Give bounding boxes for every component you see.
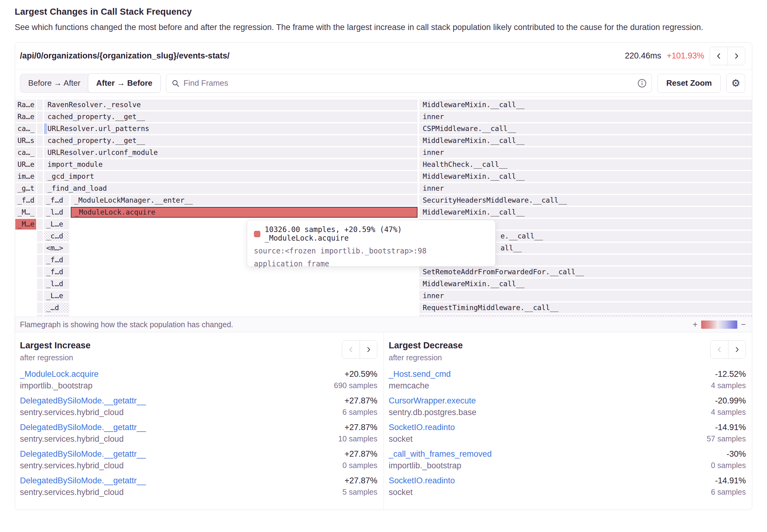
flame-bar[interactable]: RavenResolver._resolve — [44, 99, 418, 110]
flame-bar-right[interactable]: inner — [419, 183, 752, 194]
reset-zoom-button[interactable]: Reset Zoom — [657, 74, 721, 93]
flame-cell-thin[interactable] — [37, 243, 43, 253]
flame-bar[interactable]: _…d — [44, 302, 69, 313]
sample-count: 0 samples — [342, 461, 377, 470]
before-after-button[interactable]: Before → After — [20, 74, 88, 92]
flame-cell-left[interactable]: Ra…e — [15, 99, 36, 110]
flame-cell-thin[interactable] — [37, 231, 43, 242]
decrease-next-button[interactable] — [728, 341, 746, 358]
flame-bar-right[interactable]: MiddlewareMixin.__call__ — [419, 207, 752, 218]
flame-bar-right[interactable] — [419, 314, 752, 317]
function-link[interactable]: _call_with_frames_removed — [389, 449, 492, 459]
function-link[interactable]: DelegatedBySiloMode.__getattr__ — [20, 423, 146, 432]
flame-cell-left[interactable]: UR…s — [15, 135, 36, 146]
function-link[interactable]: DelegatedBySiloMode.__getattr__ — [20, 449, 146, 459]
flame-bar[interactable]: _L…e — [44, 290, 69, 301]
flame-bar-right[interactable]: SetRemoteAddrFromForwardedFor.__call__ — [419, 267, 752, 277]
function-module: memcache — [389, 381, 451, 391]
next-endpoint-button[interactable] — [728, 47, 745, 65]
increase-next-button[interactable] — [359, 341, 377, 358]
flame-bar[interactable]: _L…e — [44, 219, 69, 230]
flame-cell-left[interactable]: ca…_ — [15, 147, 36, 158]
flame-cell-thin[interactable] — [37, 207, 43, 218]
flame-bar-right[interactable]: MiddlewareMixin.__call__ — [419, 171, 752, 182]
flame-bar[interactable]: _f…d — [44, 195, 69, 206]
flame-bar[interactable]: URLResolver.url_patterns — [44, 123, 418, 134]
flame-cell-left[interactable]: UR…e — [15, 159, 36, 170]
decrease-prev-button[interactable] — [711, 341, 728, 358]
flame-bar[interactable] — [44, 314, 69, 317]
flame-bar[interactable]: cached_property.__get__ — [44, 135, 418, 146]
function-module: sentry.services.hybrid_cloud — [20, 434, 146, 444]
flame-bar-right[interactable]: RequestTimingMiddleware.__call__ — [419, 302, 752, 313]
flame-bar[interactable]: _gcd_import — [44, 171, 418, 182]
flame-bar-right[interactable]: inner — [419, 147, 752, 158]
flame-bar[interactable]: _f…d — [44, 255, 69, 265]
function-stats: -14.91%6 samples — [711, 476, 746, 497]
flame-bar-right[interactable]: inner — [419, 290, 752, 301]
flame-cell-thin[interactable] — [37, 111, 43, 122]
flame-cell-thin[interactable] — [37, 183, 43, 194]
flame-cell-left[interactable]: ca…_ — [15, 123, 36, 134]
function-link[interactable]: DelegatedBySiloMode.__getattr__ — [20, 476, 146, 485]
flame-cell-left[interactable]: _g…t — [15, 183, 36, 194]
flamegraph[interactable]: Ra…eRavenResolver._resolveMiddlewareMixi… — [15, 97, 752, 317]
change-percent: -14.91% — [711, 476, 746, 485]
flame-cell-left[interactable]: _f…d — [15, 195, 36, 206]
flame-cell-thin[interactable] — [37, 195, 43, 206]
flame-cell-left[interactable]: im…e — [15, 171, 36, 182]
flame-bar[interactable]: _ModuleLockManager.__enter__ — [71, 195, 418, 206]
change-percent: +27.87% — [342, 476, 377, 485]
flame-cell-thin[interactable] — [37, 219, 43, 230]
sample-count: 4 samples — [711, 408, 746, 417]
flame-cell-thin[interactable] — [37, 159, 43, 170]
find-frames-search[interactable] — [166, 74, 652, 93]
flame-bar[interactable]: <m…> — [44, 243, 69, 253]
flame-cell-thin[interactable] — [37, 314, 43, 317]
flame-bar-right[interactable]: HealthCheck.__call__ — [419, 159, 752, 170]
flame-cell-thin[interactable] — [37, 302, 43, 313]
function-link[interactable]: SocketIO.readinto — [389, 423, 455, 432]
flame-bar[interactable]: _c…d — [44, 231, 69, 242]
flame-cell-thin[interactable] — [37, 123, 43, 134]
flame-cell-thin[interactable] — [37, 255, 43, 265]
flame-bar-right[interactable]: MiddlewareMixin.__call__ — [419, 135, 752, 146]
function-link[interactable]: _ModuleLock.acquire — [20, 369, 99, 379]
flame-cell-thin[interactable] — [37, 135, 43, 146]
flame-cell-thin[interactable] — [37, 279, 43, 289]
flame-cell-thin[interactable] — [37, 290, 43, 301]
flame-bar-right[interactable]: CSPMiddleware.__call__ — [419, 123, 752, 134]
flame-cell-thin[interactable] — [37, 267, 43, 277]
flame-cell-left[interactable]: Ra…e — [15, 111, 36, 122]
flame-bar[interactable]: cached_property.__get__ — [44, 111, 418, 122]
flame-bar[interactable]: import_module — [44, 159, 418, 170]
flamegraph-rows: Ra…eRavenResolver._resolveMiddlewareMixi… — [15, 97, 752, 317]
flame-bar-right[interactable]: inner — [419, 111, 752, 122]
settings-button[interactable]: ⚙ — [726, 74, 745, 93]
flame-cell-thin[interactable] — [37, 147, 43, 158]
function-link[interactable]: SocketIO.readinto — [389, 476, 455, 485]
flame-bar[interactable]: _f…d — [44, 267, 69, 277]
function-link[interactable]: _Host.send_cmd — [389, 369, 451, 379]
flame-cell-thin[interactable] — [37, 99, 43, 110]
flame-cell-left[interactable]: _M…_ — [15, 207, 36, 218]
function-link[interactable]: CursorWrapper.execute — [389, 396, 476, 406]
decrease-pager — [710, 340, 746, 359]
increase-prev-button[interactable] — [342, 341, 359, 358]
flame-bar-right[interactable]: SecurityHeadersMiddleware.__call__ — [419, 195, 752, 206]
flame-bar[interactable]: _l…d — [44, 279, 69, 289]
flame-bar[interactable]: _l…d — [44, 207, 69, 218]
flame-bar[interactable]: _find_and_load — [44, 183, 418, 194]
flame-cell-left[interactable]: _M…e — [15, 219, 36, 230]
function-link[interactable]: DelegatedBySiloMode.__getattr__ — [20, 396, 146, 406]
search-input[interactable] — [183, 78, 634, 88]
flame-cell-thin[interactable] — [37, 171, 43, 182]
flame-bar-selected[interactable]: _ModuleLock.acquire — [71, 207, 418, 218]
info-icon[interactable] — [637, 79, 647, 88]
flame-bar-right[interactable]: MiddlewareMixin.__call__ — [419, 279, 752, 289]
prev-endpoint-button[interactable] — [710, 47, 728, 65]
sample-count: 6 samples — [342, 408, 377, 417]
flame-bar-right[interactable]: MiddlewareMixin.__call__ — [419, 99, 752, 110]
flame-bar[interactable]: URLResolver.urlconf_module — [44, 147, 418, 158]
after-before-button[interactable]: After → Before — [88, 73, 160, 93]
